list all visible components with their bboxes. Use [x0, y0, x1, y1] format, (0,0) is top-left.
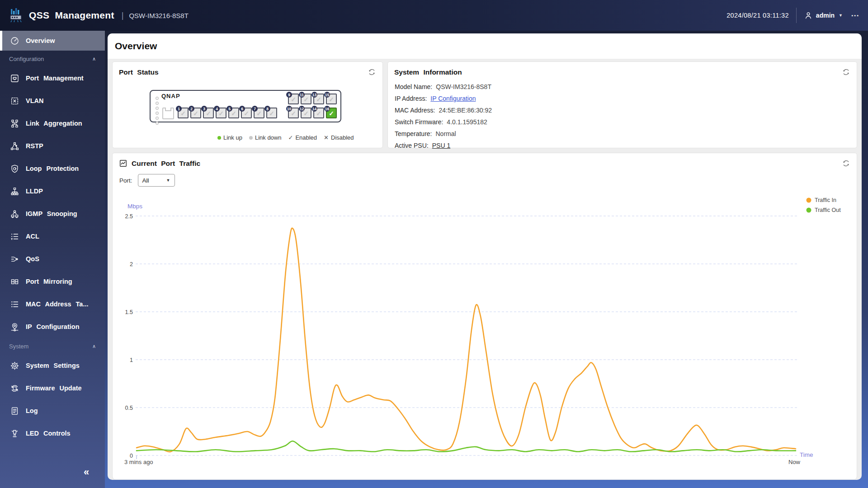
port-status-card: Port Status QNAP 1✓2✓3✓4✓5✓6✓7✓8✓9✓11✓13…	[112, 61, 383, 148]
sidebar-item-mac-address-ta[interactable]: MAC Address Ta...	[0, 293, 105, 315]
switch-port-15[interactable]: 15✓	[326, 94, 337, 104]
brand-area: QSS Management | QSW-IM3216-8S8T	[0, 7, 189, 23]
switch-port-1[interactable]: 1✓	[178, 108, 189, 118]
y-axis-unit-label: Mbps	[127, 203, 142, 210]
traffic-title: Current Port Traffic	[132, 160, 200, 168]
sidebar-item-log[interactable]: Log	[0, 399, 105, 422]
sysinfo-row: Model Name:QSW-IM3216-8S8T	[395, 81, 857, 93]
sidebar-section-configuration[interactable]: Configuration∧	[0, 51, 105, 67]
switch-port-3[interactable]: 3✓	[203, 108, 214, 118]
legend-dot-icon	[217, 136, 221, 140]
datetime: 2024/08/21 03:11:32	[726, 12, 789, 19]
x-end-label: Now	[788, 459, 801, 465]
sidebar-item-ip-configuration[interactable]: IP Configuration	[0, 315, 105, 338]
system-information-card: System Information Model Name:QSW-IM3216…	[387, 61, 857, 148]
sysinfo-label: Active PSU:	[395, 142, 429, 149]
sidebar-item-loop-protection[interactable]: Loop Protection	[0, 157, 105, 180]
port-enabled-check-icon: ✓	[329, 110, 334, 117]
switch-port-11[interactable]: 11✓	[301, 94, 311, 104]
page-title-band: Overview	[108, 33, 862, 59]
sysinfo-row: MAC Address:24:5E:BE:86:30:92	[395, 104, 857, 116]
chevron-up-icon: ∧	[92, 343, 96, 349]
port-enabled-check-icon: ✓	[193, 110, 198, 117]
sidebar-item-rstp[interactable]: RSTP	[0, 135, 105, 157]
page-title: Overview	[115, 41, 157, 52]
sidebar-item-label: Link Aggregation	[26, 120, 82, 127]
refresh-icon[interactable]	[842, 68, 850, 76]
port-number-badge: 8	[264, 106, 270, 112]
sidebar-item-led-controls[interactable]: LED Controls	[0, 422, 105, 445]
list-dots-icon	[10, 232, 19, 241]
port-enabled-check-icon: ✓	[256, 110, 262, 117]
port-enabled-check-icon: ✓	[303, 96, 309, 103]
switch-port-6[interactable]: 6✓	[241, 108, 252, 118]
rstp-icon	[10, 141, 19, 151]
status-leds	[156, 97, 159, 125]
refresh-icon[interactable]	[842, 159, 850, 168]
top-cards-row: Port Status QNAP 1✓2✓3✓4✓5✓6✓7✓8✓9✓11✓13…	[112, 61, 857, 148]
switch-port-4[interactable]: 4✓	[216, 108, 226, 118]
sidebar-collapse-button[interactable]: «	[84, 466, 89, 478]
sysinfo-value: 4.0.1.1595182	[447, 118, 487, 126]
sidebar-item-igmp-snooping[interactable]: IGMP Snooping	[0, 202, 105, 225]
gear-icon	[10, 361, 19, 371]
console-port	[162, 108, 174, 119]
sidebar-item-acl[interactable]: ACL	[0, 225, 105, 248]
switch-port-14[interactable]: 14✓	[313, 108, 324, 118]
panel-led	[156, 102, 159, 105]
traffic-chart: Mbps00.511.522.5Traffic InTraffic Out3 m…	[113, 189, 857, 475]
sysinfo-value: 24:5E:BE:86:30:92	[439, 107, 492, 114]
sidebar-item-port-management[interactable]: Port Management	[0, 67, 105, 89]
sidebar-item-vlan[interactable]: VLAN	[0, 89, 105, 112]
sidebar-item-firmware-update[interactable]: Firmware Update	[0, 377, 105, 399]
user-menu[interactable]: admin ▼	[804, 11, 843, 20]
sidebar-item-label: IGMP Snooping	[26, 210, 77, 217]
refresh-icon[interactable]	[368, 68, 376, 76]
port-enabled-check-icon: ✓	[303, 110, 309, 117]
sidebar-item-overview[interactable]: Overview	[0, 31, 105, 51]
sidebar-section-label: System	[9, 343, 28, 350]
sidebar-item-label: IP Configuration	[26, 323, 80, 330]
switch-port-8[interactable]: 8✓	[266, 108, 277, 118]
switch-port-16[interactable]: 16✓	[326, 108, 337, 118]
port-select[interactable]: All ▼	[138, 174, 175, 187]
switch-port-13[interactable]: 13✓	[313, 94, 324, 104]
sidebar-item-label: LLDP	[26, 188, 43, 195]
port-status-title: Port Status	[119, 68, 159, 76]
sysinfo-label: Model Name:	[395, 83, 432, 90]
port-number-badge: 1	[176, 106, 182, 112]
sidebar-item-port-mirroring[interactable]: Port Mirroring	[0, 270, 105, 293]
sysinfo-value[interactable]: PSU 1	[432, 142, 450, 149]
header-right: 2024/08/21 03:11:32 admin ▼ ⋮	[726, 8, 868, 23]
sidebar-item-qos[interactable]: QoS	[0, 248, 105, 270]
port-number-badge: 6	[239, 106, 245, 112]
legend-dot-icon	[807, 208, 811, 213]
sidebar-item-link-aggregation[interactable]: Link Aggregation	[0, 112, 105, 135]
port-number-badge: 12	[299, 106, 305, 112]
sysinfo-value: Normal	[435, 130, 456, 137]
switch-port-12[interactable]: 12✓	[301, 108, 311, 118]
switch-port-2[interactable]: 2✓	[190, 108, 201, 118]
y-tick-label: 1.5	[125, 309, 133, 315]
sidebar-item-system-settings[interactable]: System Settings	[0, 354, 105, 377]
overflow-menu-icon[interactable]: ⋮	[850, 12, 860, 19]
legend-item-link-up: Link up	[217, 134, 242, 141]
switch-port-5[interactable]: 5✓	[228, 108, 239, 118]
switch-port-10[interactable]: 10✓	[288, 108, 299, 118]
firmware-refresh-icon	[10, 384, 19, 393]
panel-led	[156, 112, 159, 115]
sidebar-item-label: RSTP	[26, 142, 43, 150]
sysinfo-value[interactable]: IP Configuration	[430, 95, 476, 102]
switch-port-7[interactable]: 7✓	[254, 108, 264, 118]
port-icon	[10, 74, 19, 83]
device-model: QSW-IM3216-8S8T	[129, 12, 188, 19]
sidebar-item-lldp[interactable]: LLDP	[0, 180, 105, 202]
sidebar-section-system[interactable]: System∧	[0, 338, 105, 354]
switch-port-9[interactable]: 9✓	[288, 94, 299, 104]
port-enabled-check-icon: ✓	[231, 110, 236, 117]
title-divider: |	[122, 11, 124, 20]
port-enabled-check-icon: ✓	[291, 96, 296, 103]
y-tick-label: 2	[130, 261, 133, 267]
legend-dot-icon	[807, 198, 811, 203]
sidebar-item-label: ACL	[26, 233, 39, 240]
